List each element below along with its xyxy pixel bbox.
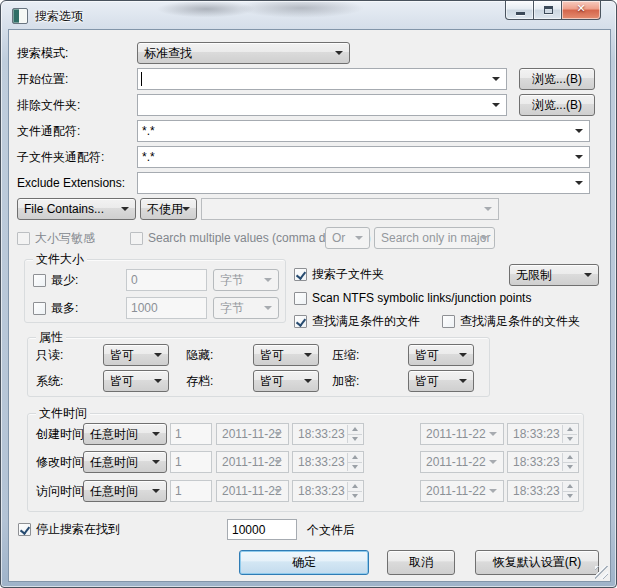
created-date-from: 2011-11-22: [216, 423, 289, 445]
combo-value: 皆可: [260, 374, 284, 388]
attr-compressed-label: 压缩:: [332, 344, 359, 366]
combo-value: 不使用: [147, 202, 183, 216]
accessed-date-to: 2011-11-22: [420, 480, 504, 502]
close-icon: ✕: [562, 2, 600, 15]
exclude-extensions-label: Exclude Extensions:: [17, 172, 125, 194]
checkbox-icon: [33, 302, 46, 315]
stop-search-checkbox[interactable]: 停止搜索在找到: [18, 522, 120, 536]
search-subfolders-checkbox[interactable]: 搜索子文件夹: [294, 267, 384, 281]
spinner-down-icon: [348, 434, 362, 444]
accessed-time-from: 18:33:23: [292, 480, 364, 502]
accessed-time-label: 访问时间:: [36, 480, 87, 502]
close-button[interactable]: ✕: [561, 1, 601, 20]
modified-time-mode-combo[interactable]: 任意时间: [83, 451, 167, 473]
exclude-extensions-input[interactable]: [137, 172, 590, 194]
attr-system-combo[interactable]: 皆可: [103, 370, 169, 392]
chevron-down-icon: [152, 432, 160, 436]
attr-compressed-combo[interactable]: 皆可: [408, 344, 474, 366]
chevron-down-icon: [459, 379, 467, 383]
subfolder-wildcard-input[interactable]: *.*: [137, 146, 590, 168]
checkbox-label: 查找满足条件的文件: [312, 313, 420, 330]
created-time-label: 创建时间:: [36, 423, 87, 445]
combo-value: 皆可: [110, 348, 134, 362]
chevron-down-icon: [304, 353, 312, 357]
file-wildcard-input[interactable]: *.*: [137, 120, 590, 142]
checkbox-label: 大小写敏感: [35, 230, 95, 247]
file-wildcard-label: 文件通配符:: [17, 120, 80, 142]
accessed-time-mode-combo[interactable]: 任意时间: [83, 480, 167, 502]
attr-readonly-combo[interactable]: 皆可: [103, 344, 169, 366]
file-time-group: 文件时间 创建时间: 任意时间 1 2011-11-22 18:33:23 20…: [27, 413, 584, 512]
group-title: 文件大小: [33, 252, 87, 266]
checkbox-icon: [130, 232, 143, 245]
dialog-body: 搜索模式: 标准查找 开始位置: 浏览...(B) 排除文件夹: 浏览...(B…: [8, 29, 611, 582]
exclude-folders-input[interactable]: [137, 94, 507, 116]
start-location-input[interactable]: [137, 68, 507, 90]
ok-button[interactable]: 确定: [239, 550, 369, 575]
attr-archive-combo[interactable]: 皆可: [253, 370, 319, 392]
min-size-checkbox[interactable]: 最少:: [33, 273, 78, 287]
browse-exclude-button[interactable]: 浏览...(B): [519, 94, 595, 116]
chevron-down-icon: [492, 103, 500, 107]
minimize-button[interactable]: [505, 1, 534, 20]
attr-hidden-combo[interactable]: 皆可: [253, 344, 319, 366]
spinner-up-icon: [348, 453, 362, 462]
chevron-down-icon: [154, 379, 162, 383]
combo-value: 皆可: [260, 348, 284, 362]
browse-start-button[interactable]: 浏览...(B): [519, 68, 595, 90]
spinner-down-icon: [563, 462, 577, 472]
spinner-down-icon: [348, 462, 362, 472]
subfolder-wildcard-label: 子文件夹通配符:: [17, 146, 104, 168]
checkbox-label: 最多:: [51, 300, 78, 317]
checkbox-icon: [17, 232, 30, 245]
operator-combo: Or: [325, 227, 370, 249]
restore-defaults-button[interactable]: 恢复默认设置(R): [475, 550, 599, 575]
file-contains-combo[interactable]: File Contains...: [17, 198, 136, 220]
accessed-time-to: 18:33:23: [507, 480, 579, 502]
chevron-down-icon: [154, 353, 162, 357]
exclude-folders-label: 排除文件夹:: [17, 94, 80, 116]
resize-grip[interactable]: [595, 566, 608, 579]
contains-use-combo[interactable]: 不使用: [140, 198, 197, 220]
spinner-up-icon: [348, 425, 362, 434]
chevron-down-icon: [489, 432, 497, 436]
input-value: *.*: [142, 124, 155, 138]
chevron-down-icon: [355, 236, 363, 240]
chevron-down-icon: [584, 273, 592, 277]
maximize-button[interactable]: [533, 1, 562, 20]
created-time-to: 18:33:23: [507, 423, 579, 445]
combo-value: 任意时间: [90, 484, 138, 498]
chevron-down-icon: [484, 207, 492, 211]
chevron-down-icon: [121, 207, 129, 211]
ntfs-links-checkbox[interactable]: Scan NTFS symbolic links/junction points: [294, 291, 531, 305]
app-icon[interactable]: [12, 8, 28, 24]
stop-count-input[interactable]: 10000: [227, 519, 297, 540]
combo-value: Search only in major strea: [381, 231, 495, 245]
chevron-down-icon: [182, 207, 190, 211]
spinner-down-icon: [563, 434, 577, 444]
min-size-unit-combo: 字节: [213, 269, 279, 291]
find-files-checkbox[interactable]: 查找满足条件的文件: [294, 314, 420, 328]
accessed-date-from: 2011-11-22: [216, 480, 289, 502]
spinner: [562, 425, 577, 443]
modified-time-label: 修改时间:: [36, 451, 87, 473]
combo-value: 任意时间: [90, 427, 138, 441]
attr-encrypted-combo[interactable]: 皆可: [408, 370, 474, 392]
attr-system-label: 系统:: [36, 370, 63, 392]
minimize-icon: [516, 12, 525, 15]
chevron-down-icon: [264, 306, 272, 310]
combo-value: 字节: [220, 301, 244, 315]
created-time-mode-combo[interactable]: 任意时间: [83, 423, 167, 445]
checkbox-icon: [18, 523, 31, 536]
depth-combo[interactable]: 无限制: [509, 264, 599, 286]
created-count-field: 1: [170, 423, 212, 445]
combo-value: 皆可: [415, 374, 439, 388]
cancel-button[interactable]: 取消: [387, 550, 455, 575]
start-location-label: 开始位置:: [17, 68, 68, 90]
find-folders-checkbox[interactable]: 查找满足条件的文件夹: [442, 314, 580, 328]
attr-hidden-label: 隐藏:: [186, 344, 213, 366]
attr-readonly-label: 只读:: [36, 344, 63, 366]
search-mode-combo[interactable]: 标准查找: [137, 42, 350, 64]
max-size-checkbox[interactable]: 最多:: [33, 301, 78, 315]
titlebar[interactable]: 搜索选项 ✕: [1, 1, 616, 29]
